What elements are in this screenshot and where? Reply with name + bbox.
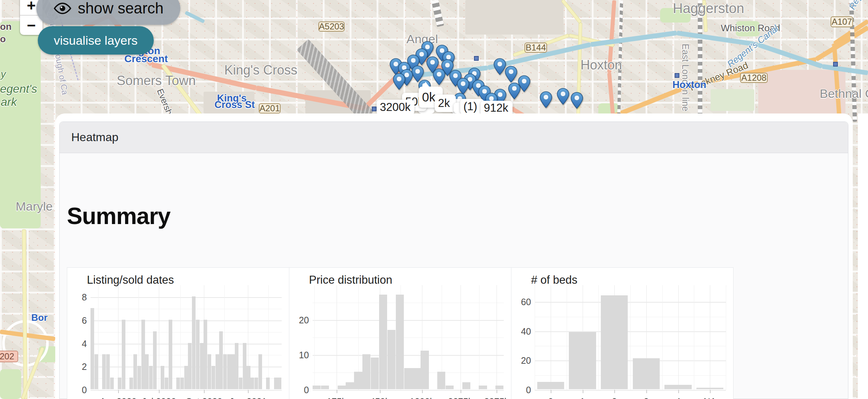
bar <box>495 386 503 389</box>
map-pin[interactable] <box>494 58 506 75</box>
map-pin[interactable] <box>508 83 521 99</box>
y-axis-tick-label: 4 <box>70 339 87 349</box>
x-axis-tick-label: 175k <box>327 396 346 399</box>
x-axis-tick-label: 2 <box>612 396 617 399</box>
bar <box>145 354 149 389</box>
bar <box>321 386 329 389</box>
x-axis-tickmark <box>422 390 423 393</box>
gridline-x <box>710 285 710 390</box>
gridline-x <box>726 285 726 390</box>
bar <box>204 320 207 389</box>
map-pin[interactable] <box>433 68 445 85</box>
gridline-x <box>535 285 535 390</box>
bar <box>338 386 346 389</box>
gridline-x <box>630 285 631 390</box>
price-tooltip[interactable]: 912k <box>481 101 513 115</box>
x-axis-tickmark <box>248 390 249 393</box>
map-pin[interactable] <box>457 78 469 95</box>
x-axis-tickmark <box>710 390 711 393</box>
x-axis-tick-label: Jul 2020 <box>142 396 176 399</box>
x-axis-tick-label: 8875k <box>484 396 509 399</box>
x-axis-tickmark <box>159 390 160 393</box>
summary-heading: Summary <box>67 203 170 230</box>
x-axis-tick-label: Apr 2020 <box>100 396 137 399</box>
heatmap-card-title: Heatmap <box>71 131 118 144</box>
map-pin[interactable] <box>571 92 583 109</box>
price-tooltip[interactable]: 2k <box>435 95 456 112</box>
gridline-y <box>91 390 282 391</box>
gridline-x <box>98 285 99 390</box>
bar <box>184 366 188 389</box>
map-pin[interactable] <box>557 88 569 105</box>
gridline-y-minor <box>313 303 504 303</box>
bar <box>421 351 429 389</box>
y-axis-tick-label: 0 <box>514 385 531 395</box>
x-axis-tickmark <box>461 390 461 393</box>
bar <box>446 386 454 389</box>
heatmap-card-header[interactable]: Heatmap <box>60 122 848 153</box>
station-marker <box>372 107 377 111</box>
bar <box>95 354 98 389</box>
map-pin[interactable] <box>540 91 552 108</box>
zoom-out-button[interactable]: − <box>20 16 43 35</box>
price-tooltip[interactable]: 3200k <box>377 100 414 115</box>
x-axis-tickmark <box>380 390 381 393</box>
bar <box>362 354 370 389</box>
y-axis-tick-label: 2 <box>70 362 87 372</box>
map-park <box>0 369 21 399</box>
gridline-x <box>662 285 663 390</box>
map-label: Haggerston <box>673 1 744 16</box>
app-root: Somers TownKing's CrossAngelHoxtonHagger… <box>0 0 868 399</box>
chart-beds: # of beds020406001234NA <box>511 267 734 399</box>
bar <box>243 343 246 389</box>
bar <box>696 388 724 389</box>
map-pin[interactable] <box>505 66 517 83</box>
eye-icon <box>53 1 72 16</box>
chart-title: Listing/sold dates <box>87 274 174 287</box>
map-pin[interactable] <box>393 73 405 90</box>
bottom-panel: Heatmap Summary Listing/sold dates02468A… <box>55 113 853 399</box>
road-shield-badge: B144 <box>525 43 547 53</box>
bar <box>141 320 145 389</box>
bar <box>133 354 137 389</box>
scrollbar-gutter[interactable] <box>858 113 868 399</box>
road-shield-badge: 202 <box>0 351 18 362</box>
bar <box>379 295 387 389</box>
bar <box>180 378 184 389</box>
map-label: ark <box>1 95 17 109</box>
x-axis-tick-label: 1 <box>580 396 585 399</box>
heatmap-card: Heatmap Summary Listing/sold dates02468A… <box>59 121 848 399</box>
map-label: egent's <box>0 82 37 96</box>
road-shield-badge: A107 <box>831 16 853 27</box>
station-marker <box>675 73 679 78</box>
bar <box>223 354 227 389</box>
bar <box>246 366 250 389</box>
bar <box>91 308 94 389</box>
visualise-layers-button[interactable]: visualise layers <box>38 26 154 55</box>
gridline-x <box>268 285 269 390</box>
bar <box>664 385 692 389</box>
gridline-x <box>180 285 181 390</box>
map-label: East London line <box>680 44 691 111</box>
x-axis-tickmark <box>204 390 205 393</box>
bar <box>354 372 362 389</box>
bar <box>122 320 125 389</box>
x-axis-tickmark <box>646 390 647 393</box>
bar <box>462 382 470 389</box>
bar <box>250 378 254 389</box>
gridline-y-minor <box>91 309 282 309</box>
bar <box>208 354 211 389</box>
bar <box>239 378 242 389</box>
station-marker <box>474 56 479 61</box>
bar <box>176 378 180 389</box>
gridline-y-minor <box>91 332 282 332</box>
show-search-button[interactable]: show search <box>36 0 180 25</box>
chart-price-distribution: Price distribution01020175k450k1200k3275… <box>289 267 511 399</box>
gridline-y-minor <box>91 355 282 355</box>
y-axis-tick-label: 10 <box>292 350 309 360</box>
x-axis-tick-label: 0 <box>548 396 553 399</box>
map-label: o <box>0 33 6 45</box>
bar <box>537 382 564 389</box>
bar <box>254 378 258 389</box>
road-shield-badge: A201 <box>259 103 281 113</box>
